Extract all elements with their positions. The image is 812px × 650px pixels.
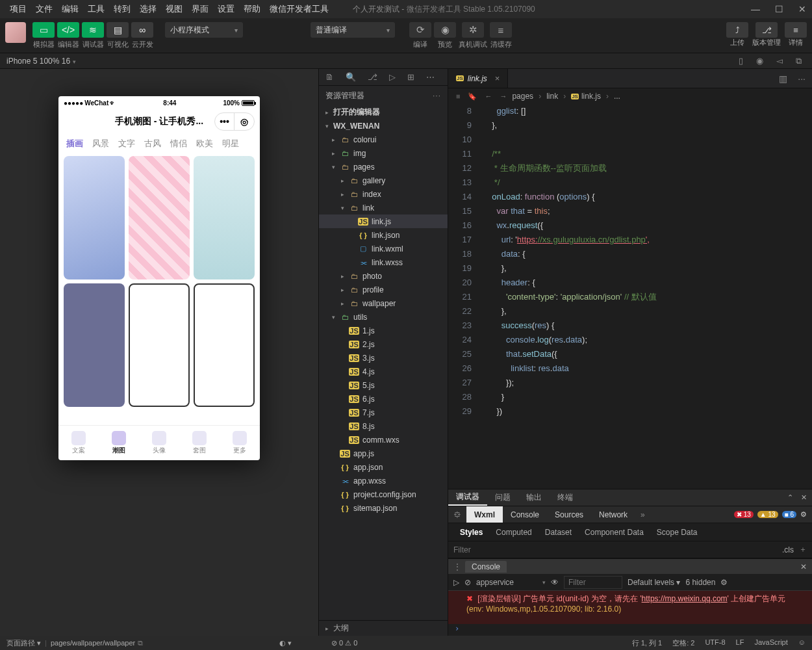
wallpaper-thumb[interactable] xyxy=(194,156,255,280)
nav-item[interactable]: 头像 xyxy=(152,431,166,455)
file-tree[interactable]: ▸打开的编辑器 ▾WX_WENAN ▸🗀colorui▸🗀img▾🗀pages▸… xyxy=(319,105,448,620)
device-icon[interactable]: ▯ xyxy=(739,56,743,66)
menu-帮助[interactable]: 帮助 xyxy=(239,4,265,14)
file-app.json[interactable]: { }app.json xyxy=(319,460,448,474)
file-5.js[interactable]: JS5.js xyxy=(319,378,448,392)
split-editor-icon[interactable]: ▥ xyxy=(779,73,787,84)
context-select[interactable]: appservice xyxy=(476,578,546,587)
details-icon[interactable]: ≡ xyxy=(785,22,807,38)
menu-视图[interactable]: 视图 xyxy=(161,4,187,14)
category-tab[interactable]: 文字 xyxy=(118,138,135,150)
folder-colorui[interactable]: ▸🗀colorui xyxy=(319,133,448,146)
nav-forward-icon[interactable]: → xyxy=(500,92,507,101)
preview-icon[interactable]: ◉ xyxy=(434,22,456,38)
mode-select[interactable]: 小程序模式 xyxy=(165,22,243,38)
window-maximize[interactable]: ☐ xyxy=(774,4,783,14)
close-tab-icon[interactable]: × xyxy=(495,73,500,83)
console-run-icon[interactable]: ▷ xyxy=(453,578,459,587)
wallpaper-thumb[interactable] xyxy=(129,156,190,280)
category-tab[interactable]: 欧美 xyxy=(196,138,213,150)
menu-编辑[interactable]: 编辑 xyxy=(57,4,83,14)
capsule-close[interactable]: ◎ xyxy=(235,113,254,130)
menu-文件[interactable]: 文件 xyxy=(31,4,57,14)
console-settings-icon[interactable]: ⚙ xyxy=(720,578,728,587)
inspect-icon[interactable]: ⯐ xyxy=(448,510,466,519)
page-route-value[interactable]: pages/wallpaper/wallpaper xyxy=(51,639,135,647)
folder-gallery[interactable]: ▸🗀gallery xyxy=(319,174,448,187)
cursor-position[interactable]: 行 1, 列 1 xyxy=(632,638,662,648)
category-tab[interactable]: 古风 xyxy=(144,138,161,150)
loglevel-select[interactable]: Default levels ▾ xyxy=(628,578,680,587)
console-output[interactable]: ✖ [渲染层错误] 广告单元 id(unit-id) 为空，请先在 'https… xyxy=(448,591,812,624)
file-link.wxss[interactable]: ⫘link.wxss xyxy=(319,255,448,269)
language-mode[interactable]: JavaScript xyxy=(754,638,787,648)
console-clear-icon[interactable]: ⊘ xyxy=(464,578,471,587)
tab-component-data[interactable]: Component Data xyxy=(578,528,650,537)
folder-link[interactable]: ▾🗀link xyxy=(319,201,448,214)
category-tab[interactable]: 明星 xyxy=(222,138,239,150)
tab-network[interactable]: Network xyxy=(591,506,635,523)
nav-item[interactable]: 文案 xyxy=(71,431,86,455)
tab-console[interactable]: Console xyxy=(503,506,547,523)
file-4.js[interactable]: JS4.js xyxy=(319,365,448,378)
upload-icon[interactable]: ⤴ xyxy=(726,22,748,38)
compile-select[interactable]: 普通编译 xyxy=(311,22,395,38)
wallpaper-thumb[interactable] xyxy=(194,283,255,407)
settings-icon[interactable]: ⚙ xyxy=(800,510,807,519)
capsule-menu[interactable]: ••• xyxy=(215,113,235,130)
editor-tab[interactable]: JSlink.js × xyxy=(448,69,508,88)
editor-button[interactable]: </> xyxy=(57,22,79,38)
menu-选择[interactable]: 选择 xyxy=(135,4,161,14)
device-select[interactable]: iPhone 5 100% 16▾ xyxy=(6,57,76,66)
file-1.js[interactable]: JS1.js xyxy=(319,324,448,337)
menu-转到[interactable]: 转到 xyxy=(109,4,135,14)
wallpaper-thumb[interactable] xyxy=(64,283,125,407)
console-prompt[interactable]: › xyxy=(448,624,812,636)
menu-界面[interactable]: 界面 xyxy=(187,4,213,14)
panel-up-icon[interactable]: ⌃ xyxy=(787,493,793,502)
tab-sources[interactable]: Sources xyxy=(547,506,591,523)
error-badge[interactable]: ✖ 13 xyxy=(734,511,754,518)
menu-工具[interactable]: 工具 xyxy=(83,4,109,14)
open-editors-section[interactable]: ▸打开的编辑器 xyxy=(319,105,448,119)
folder-photo[interactable]: ▸🗀photo xyxy=(319,269,448,283)
nav-item[interactable]: 更多 xyxy=(233,431,247,455)
editor-more-icon[interactable]: ··· xyxy=(798,73,806,84)
breadcrumb[interactable]: ≡ 🔖 ← → pages› link› JS link.js› ... xyxy=(448,88,812,104)
console-filter-input[interactable] xyxy=(564,576,622,589)
version-icon[interactable]: ⎇ xyxy=(755,22,778,38)
warning-badge[interactable]: ▲ 13 xyxy=(757,511,778,518)
eye-icon[interactable]: 👁 xyxy=(551,578,559,587)
mute-icon[interactable]: ◅ xyxy=(776,56,783,66)
git-icon[interactable]: ⎇ xyxy=(368,72,377,82)
record-icon[interactable]: ◉ xyxy=(756,56,763,66)
devtools-more-icon[interactable]: » xyxy=(635,510,650,519)
file-3.js[interactable]: JS3.js xyxy=(319,351,448,365)
menu-设置[interactable]: 设置 xyxy=(213,4,239,14)
folder-pages[interactable]: ▾🗀pages xyxy=(319,160,448,174)
project-root[interactable]: ▾WX_WENAN xyxy=(319,119,448,133)
visual-button[interactable]: ▤ xyxy=(107,22,129,38)
menu-微信开发者工具[interactable]: 微信开发者工具 xyxy=(265,4,333,14)
debug-icon[interactable]: ▷ xyxy=(389,72,396,82)
tab-computed[interactable]: Computed xyxy=(489,528,538,537)
console-menu-icon[interactable]: ⋮ xyxy=(453,562,461,571)
info-badge[interactable]: ■ 6 xyxy=(782,511,796,518)
console-tab[interactable]: Console xyxy=(465,561,507,573)
folder-index[interactable]: ▸🗀index xyxy=(319,187,448,201)
more-icon[interactable]: ⋯ xyxy=(426,72,435,82)
panel-close-icon[interactable]: ✕ xyxy=(801,493,807,502)
tab-terminal[interactable]: 终端 xyxy=(550,489,581,506)
file-link.js[interactable]: JSlink.js xyxy=(319,214,448,228)
user-avatar[interactable] xyxy=(5,22,26,43)
encoding[interactable]: UTF-8 xyxy=(705,638,725,648)
feedback-icon[interactable]: ☺ xyxy=(798,638,806,648)
wallpaper-grid[interactable] xyxy=(58,156,260,425)
tab-wxml[interactable]: Wxml xyxy=(466,506,503,523)
explorer-more-icon[interactable]: ··· xyxy=(433,91,441,100)
copy-icon[interactable]: ⧉ xyxy=(796,56,802,66)
wallpaper-thumb[interactable] xyxy=(129,283,190,407)
compile-icon[interactable]: ⟳ xyxy=(409,22,431,38)
menu-项目[interactable]: 项目 xyxy=(5,4,31,14)
console-close-icon[interactable]: ✕ xyxy=(800,562,807,571)
